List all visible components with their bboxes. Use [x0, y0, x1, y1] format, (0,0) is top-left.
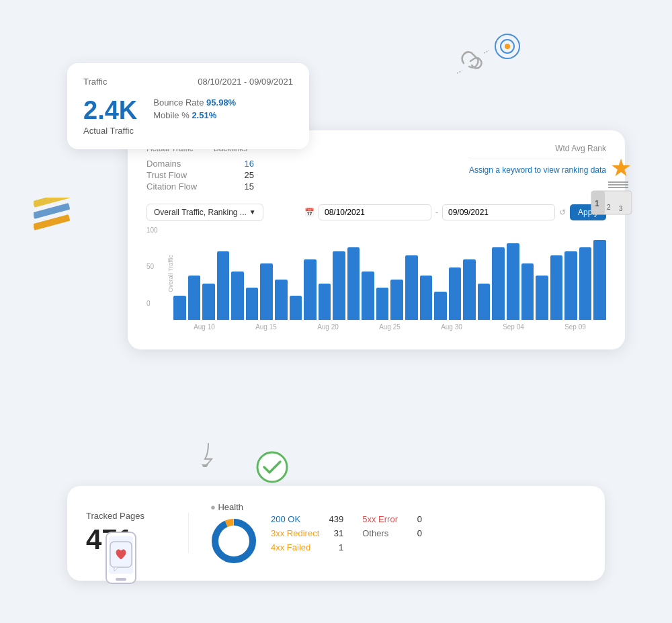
- traffic-tooltip-card: Traffic 08/10/2021 - 09/09/2021 2.4K Act…: [67, 63, 309, 149]
- bounce-rate-label: Bounce Rate: [153, 97, 204, 108]
- chart-bar[interactable]: [290, 296, 302, 320]
- chart-bar[interactable]: [188, 276, 201, 319]
- chart-area: 100 50 0 Overall Traffic: [146, 226, 606, 321]
- pencil-decoration: [34, 198, 87, 241]
- health-label: Health: [218, 502, 243, 512]
- tracked-pages-value: 471: [86, 524, 167, 556]
- y-min: 0: [146, 300, 158, 307]
- svg-rect-12: [34, 202, 70, 218]
- chart-bar[interactable]: [260, 263, 273, 319]
- refresh-icon: ↺: [559, 208, 566, 217]
- status-4xx-label: 4xx Failed: [271, 542, 310, 552]
- svg-point-1: [215, 522, 253, 560]
- chart-bar[interactable]: [449, 267, 462, 319]
- chart-bar[interactable]: [319, 284, 331, 320]
- actual-traffic-value: 2.4K: [83, 97, 137, 123]
- chart-bar[interactable]: [405, 255, 418, 319]
- wtd-section: Wtd Avg Rank Assign a keyword to view ra…: [469, 144, 606, 175]
- health-section: ● Health 200 OK 439: [210, 502, 586, 565]
- chart-bar[interactable]: [304, 259, 317, 319]
- status-5xx-label: 5xx Error: [362, 514, 398, 524]
- x-axis-labels: Aug 10Aug 15Aug 20Aug 25Aug 30Sep 04Sep …: [146, 323, 606, 331]
- bounce-rate-value: 95.98%: [206, 97, 236, 108]
- chart-bar[interactable]: [420, 276, 433, 319]
- chart-bar[interactable]: [173, 296, 186, 320]
- date-from-input[interactable]: [319, 204, 431, 220]
- metric-domains: Domains 16: [146, 159, 254, 169]
- bars-container: [173, 240, 606, 321]
- svg-line-20: [457, 71, 462, 73]
- svg-point-22: [495, 34, 519, 58]
- chart-bar[interactable]: [202, 284, 215, 320]
- svg-line-21: [484, 50, 489, 53]
- chart-bar[interactable]: [593, 240, 606, 320]
- chart-bar[interactable]: [217, 251, 230, 319]
- chart-bar[interactable]: [434, 292, 447, 320]
- chart-bar[interactable]: [362, 272, 374, 319]
- chart-bar[interactable]: [390, 280, 403, 320]
- chart-bar[interactable]: [536, 276, 548, 319]
- others-row: Others 0: [362, 528, 422, 538]
- bottom-health-card: Tracked Pages 471 ● Health: [67, 486, 605, 581]
- status-3xx-row: 3xx Redirect 31: [271, 528, 343, 538]
- header-tabs-section: Overall Traffic, Ranking ... ▼ 📅 - ↺ App…: [146, 204, 606, 221]
- x-axis-label: Aug 10: [173, 323, 235, 331]
- svg-point-24: [505, 44, 510, 49]
- wtd-label: Wtd Avg Rank: [469, 144, 606, 153]
- chart-bar[interactable]: [333, 251, 345, 319]
- chart-bar[interactable]: [550, 255, 563, 319]
- dropdown-label: Overall Traffic, Ranking ...: [154, 208, 247, 217]
- svg-rect-13: [34, 214, 70, 230]
- status-200-value: 439: [329, 514, 344, 524]
- traffic-stats: Bounce Rate 95.98% Mobile % 2.51%: [153, 97, 236, 120]
- traffic-title: Traffic: [83, 77, 107, 87]
- link-decoration: [450, 46, 491, 83]
- chart-bar[interactable]: [492, 247, 505, 319]
- chart-bar[interactable]: [347, 247, 360, 319]
- metric-citation-flow: Citation Flow 15: [146, 181, 254, 192]
- tracked-pages-label: Tracked Pages: [86, 511, 167, 521]
- health-bullet: ●: [210, 502, 218, 512]
- date-separator: -: [435, 208, 438, 217]
- svg-rect-11: [34, 198, 70, 208]
- assign-keyword-link[interactable]: Assign a keyword to view ranking data: [469, 165, 606, 175]
- actual-traffic-label: Actual Traffic: [83, 126, 137, 136]
- others-label: Others: [362, 528, 388, 538]
- svg-marker-25: [202, 464, 208, 467]
- chart-bar[interactable]: [507, 243, 519, 319]
- chart-bar[interactable]: [564, 251, 577, 319]
- status-200-label: 200 OK: [271, 514, 300, 524]
- analytics-card: Actual Traffic Backlinks Domains 16 Trus…: [128, 130, 625, 349]
- metrics-list: Domains 16 Trust Flow 25 Citation Flow 1…: [146, 159, 254, 192]
- chart-bar[interactable]: [463, 259, 476, 319]
- date-to-input[interactable]: [442, 204, 555, 220]
- domains-label: Domains: [146, 159, 181, 169]
- chart-bar[interactable]: [231, 272, 244, 319]
- divider: [188, 513, 189, 553]
- x-axis-label: Aug 30: [421, 323, 482, 331]
- status-3xx-value: 31: [330, 528, 343, 538]
- citation-flow-label: Citation Flow: [146, 181, 197, 192]
- chart-bar[interactable]: [478, 284, 491, 320]
- chart-bar[interactable]: [376, 288, 389, 320]
- status-200-row: 200 OK 439: [271, 514, 343, 524]
- trust-flow-value: 25: [234, 170, 254, 180]
- dropdown-select[interactable]: Overall Traffic, Ranking ... ▼: [146, 204, 263, 221]
- tracked-pages-section: Tracked Pages 471: [86, 511, 167, 556]
- chart-bar[interactable]: [275, 280, 288, 320]
- health-stats: 200 OK 439 3xx Redirect 31 4xx Failed 1 …: [271, 514, 422, 552]
- others-value: 0: [409, 528, 422, 538]
- chart-bar[interactable]: [579, 247, 592, 319]
- traffic-card-header: Traffic 08/10/2021 - 09/09/2021: [83, 77, 293, 87]
- chart-bar[interactable]: [246, 288, 259, 320]
- x-axis-label: Aug 15: [235, 323, 297, 331]
- mobile-label: Mobile %: [153, 110, 189, 120]
- arrow-decoration: [198, 440, 218, 470]
- status-3xx-label: 3xx Redirect: [271, 528, 319, 538]
- x-axis-label: Aug 25: [359, 323, 421, 331]
- chart-bar[interactable]: [521, 263, 534, 319]
- status-5xx-row: 5xx Error 0: [362, 514, 422, 524]
- status-5xx-value: 0: [409, 514, 422, 524]
- citation-flow-value: 15: [234, 181, 254, 192]
- apply-button[interactable]: Apply: [570, 204, 606, 220]
